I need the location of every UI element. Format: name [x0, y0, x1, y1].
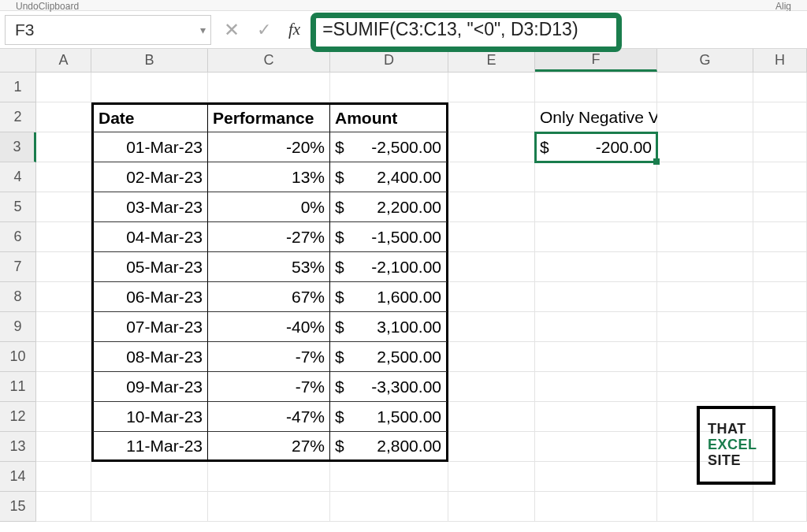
cell[interactable]: [448, 192, 535, 222]
row-header[interactable]: 10: [0, 342, 36, 372]
cell-performance[interactable]: 13%: [208, 162, 330, 192]
cell[interactable]: [448, 102, 535, 132]
row-header[interactable]: 5: [0, 192, 36, 222]
cell[interactable]: [36, 282, 91, 312]
cell-date[interactable]: 01-Mar-23: [91, 132, 208, 162]
cell[interactable]: [208, 492, 330, 522]
cell-amount[interactable]: $2,400.00: [330, 162, 448, 192]
cell[interactable]: [448, 342, 535, 372]
row-header[interactable]: 14: [0, 462, 36, 492]
cell[interactable]: [657, 312, 753, 342]
cell-date[interactable]: 08-Mar-23: [91, 342, 208, 372]
cell-amount[interactable]: $-2,100.00: [330, 252, 448, 282]
cell[interactable]: [36, 342, 91, 372]
table-header-date[interactable]: Date: [91, 102, 208, 132]
cell[interactable]: [657, 73, 753, 102]
cell-amount[interactable]: $-1,500.00: [330, 222, 448, 252]
cell-performance[interactable]: -7%: [208, 372, 330, 402]
cell-amount[interactable]: $-3,300.00: [330, 372, 448, 402]
cell[interactable]: [657, 282, 753, 312]
cell-date[interactable]: 07-Mar-23: [91, 312, 208, 342]
cell-performance[interactable]: -20%: [208, 132, 330, 162]
cell-date[interactable]: 02-Mar-23: [91, 162, 208, 192]
cell-performance[interactable]: 53%: [208, 252, 330, 282]
cell[interactable]: [753, 282, 807, 312]
col-header-H[interactable]: H: [753, 49, 807, 72]
cell-amount[interactable]: $3,100.00: [330, 312, 448, 342]
cell[interactable]: [448, 492, 535, 522]
col-header-E[interactable]: E: [448, 49, 535, 72]
result-cell[interactable]: $-200.00: [535, 132, 657, 162]
row-header[interactable]: 12: [0, 402, 36, 432]
cell[interactable]: [753, 372, 807, 402]
row-header[interactable]: 4: [0, 162, 36, 192]
cell[interactable]: [448, 162, 535, 192]
cell-date[interactable]: 03-Mar-23: [91, 192, 208, 222]
cell[interactable]: [753, 342, 807, 372]
row-header[interactable]: 7: [0, 252, 36, 282]
cell[interactable]: [208, 73, 330, 102]
cell[interactable]: [36, 492, 91, 522]
row-header[interactable]: 1: [0, 73, 36, 102]
cell-amount[interactable]: $1,500.00: [330, 402, 448, 432]
cell[interactable]: [535, 312, 657, 342]
cell[interactable]: [753, 162, 807, 192]
cell[interactable]: [91, 462, 208, 492]
cell-amount[interactable]: $-2,500.00: [330, 132, 448, 162]
cell[interactable]: [448, 372, 535, 402]
cell[interactable]: [753, 222, 807, 252]
cell[interactable]: [448, 432, 535, 462]
spreadsheet-grid[interactable]: 12DatePerformanceAmountOnly Negative Val…: [0, 73, 807, 522]
cell[interactable]: [448, 73, 535, 102]
cell-date[interactable]: 09-Mar-23: [91, 372, 208, 402]
cell[interactable]: [448, 462, 535, 492]
col-header-F[interactable]: F: [535, 49, 657, 72]
cell[interactable]: [330, 462, 448, 492]
cell-date[interactable]: 11-Mar-23: [91, 432, 208, 462]
row-header[interactable]: 8: [0, 282, 36, 312]
row-header[interactable]: 15: [0, 492, 36, 522]
cell[interactable]: [535, 342, 657, 372]
formula-bar-input[interactable]: =SUMIF(C3:C13, "<0", D3:D13): [319, 11, 807, 48]
ribbon-undo[interactable]: Undo: [16, 1, 39, 12]
chevron-down-icon[interactable]: ▾: [200, 24, 206, 36]
cell[interactable]: [535, 73, 657, 102]
cell[interactable]: [657, 492, 753, 522]
cell[interactable]: [535, 252, 657, 282]
cell-amount[interactable]: $2,800.00: [330, 432, 448, 462]
cell-performance[interactable]: 67%: [208, 282, 330, 312]
cell-amount[interactable]: $2,500.00: [330, 342, 448, 372]
cell[interactable]: [535, 432, 657, 462]
cell[interactable]: [657, 342, 753, 372]
fx-icon[interactable]: fx: [288, 20, 307, 39]
cell[interactable]: [448, 222, 535, 252]
cell[interactable]: [36, 132, 91, 162]
cell[interactable]: [91, 73, 208, 102]
name-box[interactable]: F3 ▾: [5, 15, 211, 45]
cell[interactable]: [36, 73, 91, 102]
cell[interactable]: [448, 252, 535, 282]
cell[interactable]: [36, 102, 91, 132]
cell[interactable]: [36, 372, 91, 402]
cell[interactable]: [753, 132, 807, 162]
cell-date[interactable]: 10-Mar-23: [91, 402, 208, 432]
cell[interactable]: [330, 492, 448, 522]
col-header-D[interactable]: D: [330, 49, 448, 72]
table-header-performance[interactable]: Performance: [208, 102, 330, 132]
cell[interactable]: [448, 312, 535, 342]
cell[interactable]: [448, 282, 535, 312]
cell[interactable]: [657, 162, 753, 192]
cell[interactable]: [535, 222, 657, 252]
cell-performance[interactable]: 0%: [208, 192, 330, 222]
cell-performance[interactable]: -27%: [208, 222, 330, 252]
cell-date[interactable]: 04-Mar-23: [91, 222, 208, 252]
cell[interactable]: [657, 132, 753, 162]
cell[interactable]: [753, 73, 807, 102]
cell[interactable]: [36, 462, 91, 492]
cell[interactable]: [36, 312, 91, 342]
cell[interactable]: [657, 102, 753, 132]
accept-icon[interactable]: ✓: [257, 20, 271, 40]
cell[interactable]: [753, 192, 807, 222]
cell[interactable]: [535, 282, 657, 312]
cell[interactable]: [753, 102, 807, 132]
